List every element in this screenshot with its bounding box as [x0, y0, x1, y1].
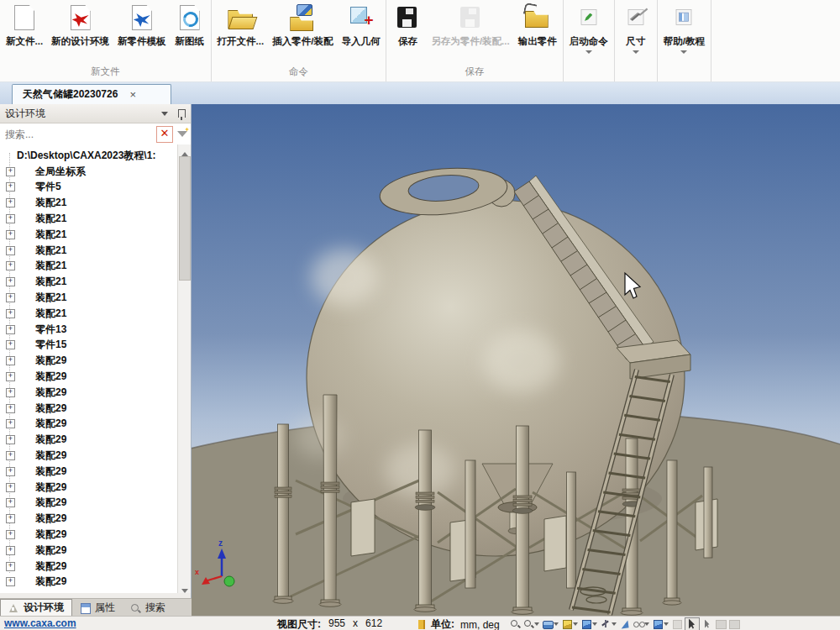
toolbar-button[interactable]: 帮助/教程 [659, 2, 709, 55]
expander-icon[interactable] [6, 577, 15, 586]
filter-icon[interactable] [176, 128, 189, 141]
status-tool-icon[interactable] [600, 619, 617, 629]
tree-item[interactable]: 全局坐标系 [0, 164, 172, 180]
expander-icon[interactable] [6, 404, 15, 413]
status-tool-icon[interactable] [580, 619, 598, 629]
tree-item[interactable]: 装配29 [0, 353, 172, 369]
expander-icon[interactable] [6, 483, 15, 492]
tree-item[interactable]: 装配29 [0, 575, 172, 591]
toolbar-button[interactable]: 新的设计环境 [47, 2, 113, 50]
tree-item[interactable]: 装配21 [0, 259, 172, 275]
status-tool-icon[interactable] [701, 619, 713, 629]
expander-icon[interactable] [6, 198, 15, 207]
tree-item[interactable]: 装配29 [0, 464, 172, 480]
tree-item[interactable]: D:\Desktop\CAXA2023教程\1: [0, 148, 172, 164]
toolbar-button[interactable]: 新图纸 [171, 2, 209, 50]
expander-icon[interactable] [6, 325, 15, 334]
sidebar-tab[interactable]: 搜索 [123, 600, 173, 616]
status-tool-icon[interactable] [509, 619, 521, 629]
expander-icon[interactable] [6, 230, 15, 239]
expander-icon[interactable] [6, 514, 15, 523]
toolbar-button[interactable]: 尺寸 [617, 2, 655, 55]
tree-item[interactable]: 装配21 [0, 211, 172, 227]
expander-icon[interactable] [6, 562, 15, 571]
expander-icon[interactable] [6, 372, 15, 381]
tree-item[interactable]: 装配29 [0, 401, 172, 417]
tree-item[interactable]: 装配21 [0, 306, 172, 322]
expander-icon[interactable] [6, 435, 15, 444]
status-tool-icon[interactable] [633, 619, 650, 629]
status-tool-icon[interactable] [619, 619, 631, 629]
expander-icon[interactable] [6, 309, 15, 318]
status-tool-icon[interactable] [715, 619, 727, 629]
toolbar-button[interactable]: 插入零件/装配 [268, 2, 337, 50]
sidebar-tab[interactable]: 属性 [72, 600, 123, 616]
tree-item[interactable]: 装配29 [0, 369, 172, 385]
expander-icon[interactable] [6, 419, 15, 428]
status-tool-icon[interactable] [671, 619, 683, 629]
panel-dropdown-icon[interactable] [161, 112, 168, 116]
toolbar-button-icon [225, 3, 255, 34]
expander-icon[interactable] [6, 246, 15, 255]
status-tool-icon[interactable] [652, 619, 669, 629]
toolbar-button[interactable]: 另存为零件/装配... [427, 2, 513, 50]
scroll-down-icon[interactable] [178, 581, 191, 593]
status-tool-icon[interactable] [542, 619, 559, 629]
toolbar-button[interactable]: 新文件... [2, 2, 47, 50]
tree-item[interactable]: 装配21 [0, 274, 172, 290]
tree-item[interactable]: 装配21 [0, 227, 172, 243]
tree-item[interactable]: 装配29 [0, 559, 172, 575]
caxa-website-link[interactable]: www.caxa.com [4, 617, 76, 629]
tree-item[interactable]: 零件13 [0, 322, 172, 338]
expander-icon[interactable] [6, 388, 15, 397]
scroll-up-icon[interactable] [178, 144, 191, 156]
sidebar-tab[interactable]: 设计环境 [0, 599, 72, 616]
tree-item[interactable]: 装配29 [0, 448, 172, 464]
expander-icon[interactable] [6, 467, 15, 476]
expander-icon[interactable] [6, 261, 15, 270]
tree-item[interactable]: 装配21 [0, 290, 172, 306]
tree-item[interactable]: 装配29 [0, 417, 172, 433]
toolbar-button[interactable]: 导入几何 [337, 2, 384, 50]
expander-icon[interactable] [6, 546, 15, 555]
tree-item[interactable]: 零件5 [0, 180, 172, 196]
toolbar-button-icon [455, 3, 486, 34]
toolbar-button[interactable]: 启动命令 [565, 2, 612, 55]
expander-icon[interactable] [6, 498, 15, 507]
search-input[interactable] [2, 129, 156, 140]
panel-pin-icon[interactable] [178, 109, 186, 118]
status-tool-icon[interactable] [522, 619, 540, 629]
expander-icon[interactable] [6, 182, 15, 192]
toolbar-button[interactable]: 打开文件... [213, 2, 269, 50]
toolbar-button[interactable]: 输出零件 [514, 2, 561, 50]
tree-item[interactable]: 装配29 [0, 511, 172, 527]
tree-item[interactable]: 零件15 [0, 338, 172, 354]
tree-item[interactable]: 装配29 [0, 385, 172, 401]
scrollbar-thumb[interactable] [179, 156, 191, 281]
tree-item[interactable]: 装配21 [0, 195, 172, 211]
tree-item[interactable]: 装配29 [0, 480, 172, 496]
tree-item[interactable]: 装配29 [0, 527, 172, 543]
toolbar-button[interactable]: 保存 [388, 2, 427, 50]
toolbar-button[interactable]: 新零件模板 [113, 2, 171, 50]
status-tool-icon[interactable] [561, 619, 579, 629]
search-clear-button[interactable]: ✕ [156, 126, 173, 143]
expander-icon[interactable] [6, 530, 15, 539]
expander-icon[interactable] [6, 356, 15, 365]
expander-icon[interactable] [6, 277, 15, 286]
expander-icon[interactable] [6, 167, 15, 176]
3d-viewport[interactable]: z x [192, 104, 840, 616]
tree-item[interactable]: 装配29 [0, 543, 172, 559]
expander-icon[interactable] [6, 451, 15, 460]
expander-icon[interactable] [6, 214, 15, 223]
tab-close-icon[interactable]: × [129, 88, 136, 101]
expander-icon[interactable] [6, 340, 15, 349]
expander-icon[interactable] [6, 293, 15, 302]
tree-item[interactable]: 装配21 [0, 243, 172, 259]
tree-vertical-scrollbar[interactable] [177, 144, 191, 593]
status-tool-icon[interactable] [728, 619, 740, 629]
document-tab[interactable]: 天然气储罐20230726 × [12, 84, 171, 104]
tree-item[interactable]: 装配29 [0, 496, 172, 512]
status-tool-icon[interactable] [685, 617, 700, 630]
tree-item[interactable]: 装配29 [0, 432, 172, 448]
